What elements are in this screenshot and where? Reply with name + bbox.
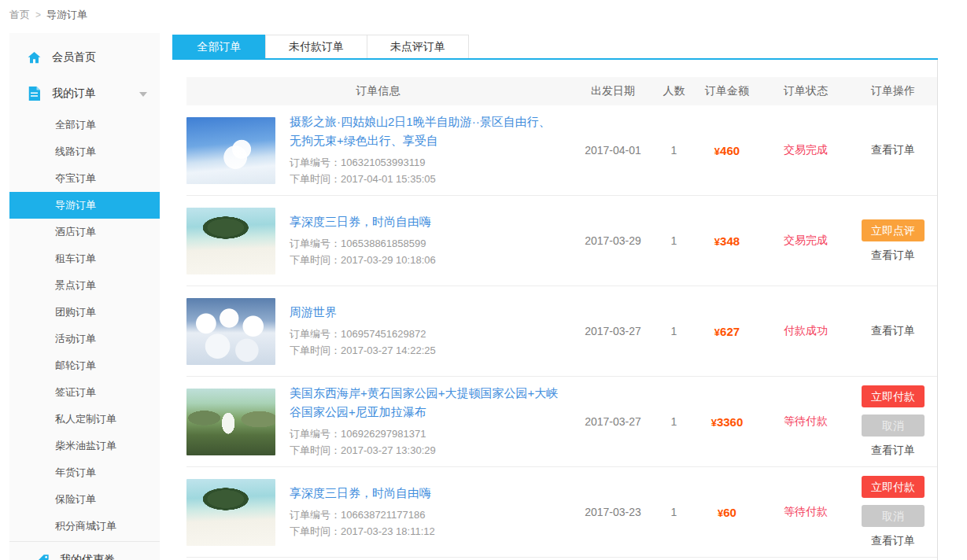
order-number: 订单编号：106957451629872 [290,326,561,343]
sidebar-item-route-orders[interactable]: 线路订单 [9,138,160,165]
order-time: 下单时间：2017-03-23 18:11:12 [290,524,561,540]
people-count: 1 [656,506,692,518]
status-badge: 付款成功 [762,324,849,338]
header-order-status: 订单状态 [762,84,849,98]
sidebar-item-car-rental-orders[interactable]: 租车订单 [9,245,160,272]
depart-date: 2017-03-29 [570,234,656,247]
sidebar-item-custom-orders[interactable]: 私人定制订单 [9,406,160,433]
review-now-button[interactable]: 立即点评 [862,219,925,241]
orders-icon [26,86,42,101]
sidebar-item-my-coupons[interactable]: 我的优惠券 [9,542,160,560]
status-badge: 交易完成 [762,234,849,248]
depart-date: 2017-03-23 [570,506,656,518]
order-amount: 3360 [717,415,743,429]
currency-symbol: ¥ [711,417,717,429]
order-time: 下单时间：2017-03-29 10:18:06 [290,252,561,269]
chevron-down-icon [139,92,147,97]
people-count: 1 [656,144,692,157]
order-thumbnail[interactable] [186,208,275,274]
coupon-tag-icon [36,552,50,560]
sidebar-item-visa-orders[interactable]: 签证订单 [9,379,160,406]
header-order-amount: 订单金额 [692,84,762,98]
sidebar-member-home-label: 会员首页 [52,50,96,64]
sidebar-sub-list: 全部订单 线路订单 夺宝订单 导游订单 酒店订单 租车订单 景点订单 团购订单 … [9,112,160,540]
table-header: 订单信息 出发日期 人数 订单金额 订单状态 订单操作 [186,77,937,105]
sidebar-item-my-orders[interactable]: 我的订单 [9,76,160,112]
order-time: 下单时间：2017-04-01 15:35:05 [290,171,561,188]
sidebar-item-hotel-orders[interactable]: 酒店订单 [9,219,160,245]
breadcrumb-current: 导游订单 [46,9,87,20]
sidebar-item-insurance-orders[interactable]: 保险订单 [9,486,160,513]
people-count: 1 [656,325,692,337]
view-order-link[interactable]: 查看订单 [871,534,915,548]
sidebar-item-points-mall-orders[interactable]: 积分商城订单 [9,513,160,540]
view-order-link[interactable]: 查看订单 [871,143,915,157]
sidebar-item-all-orders[interactable]: 全部订单 [9,112,160,138]
main-content: 全部订单 未付款订单 未点评订单 订单信息 出发日期 人数 订单金额 订单状态 … [172,35,938,560]
order-number: 订单编号：106321053993119 [290,155,561,171]
sidebar-item-guide-orders[interactable]: 导游订单 [9,192,160,219]
view-order-link[interactable]: 查看订单 [871,324,915,338]
pay-now-button[interactable]: 立即付款 [862,385,925,407]
pay-now-button[interactable]: 立即付款 [862,476,925,498]
order-amount: 348 [720,234,740,248]
table-row: 周游世界 订单编号：106957451629872 下单时间：2017-03-2… [186,286,937,377]
currency-symbol: ¥ [714,236,720,248]
table-row: 享深度三日券，时尚自由嗨 订单编号：106638721177186 下单时间：2… [186,467,937,558]
order-title-link[interactable]: 美国东西海岸+黄石国家公园+大提顿国家公园+大峡谷国家公园+尼亚加拉瀑布 [290,384,561,421]
people-count: 1 [656,234,692,247]
table-row: 享深度三日券，时尚自由嗨 订单编号：106538861858599 下单时间：2… [186,196,937,286]
order-title-link[interactable]: 享深度三日券，时尚自由嗨 [290,484,561,502]
order-thumbnail[interactable] [186,389,275,455]
tab-unreviewed-orders[interactable]: 未点评订单 [367,35,469,58]
status-badge: 交易完成 [762,143,849,157]
currency-symbol: ¥ [714,326,720,338]
order-thumbnail[interactable] [186,117,275,184]
header-depart-date: 出发日期 [570,84,656,98]
table-row: 摄影之旅·四姑娘山2日1晚半自助游··景区自由行、无拘无束+绿色出行、享受自 订… [186,105,937,196]
sidebar-item-activity-orders[interactable]: 活动订单 [9,326,160,352]
cancel-button[interactable]: 取消 [862,414,925,437]
order-time: 下单时间：2017-03-27 14:22:25 [290,343,561,359]
order-time: 下单时间：2017-03-27 13:30:29 [290,443,561,459]
header-people-count: 人数 [656,84,692,98]
sidebar-item-daily-orders[interactable]: 柴米油盐订单 [9,433,160,459]
cancel-button[interactable]: 取消 [862,505,925,527]
order-thumbnail[interactable] [186,298,275,365]
order-number: 订单编号：106926297981371 [290,426,561,443]
breadcrumb-separator: > [35,9,41,20]
order-title-link[interactable]: 周游世界 [290,303,561,321]
depart-date: 2017-04-01 [570,144,656,157]
breadcrumb-home-link[interactable]: 首页 [9,9,30,20]
table-row: 美国东西海岸+黄石国家公园+大提顿国家公园+大峡谷国家公园+尼亚加拉瀑布 订单编… [186,377,937,467]
view-order-link[interactable]: 查看订单 [871,249,915,263]
header-order-info: 订单信息 [186,84,570,98]
sidebar-item-cruise-orders[interactable]: 邮轮订单 [9,352,160,379]
status-badge: 等待付款 [762,505,849,519]
depart-date: 2017-03-27 [570,325,656,337]
currency-symbol: ¥ [714,146,720,157]
tab-unpaid-orders[interactable]: 未付款订单 [265,35,367,58]
order-number: 订单编号：106638721177186 [290,507,561,524]
sidebar-item-attraction-orders[interactable]: 景点订单 [9,272,160,299]
view-order-link[interactable]: 查看订单 [871,444,915,458]
tab-all-orders[interactable]: 全部订单 [172,35,266,58]
sidebar-item-member-home[interactable]: 会员首页 [9,39,160,76]
order-thumbnail[interactable] [186,479,275,546]
sidebar-my-orders-label: 我的订单 [52,87,96,101]
sidebar-item-newyear-orders[interactable]: 年货订单 [9,459,160,486]
home-icon [26,50,42,65]
sidebar-item-treasure-orders[interactable]: 夺宝订单 [9,165,160,192]
orders-panel: 订单信息 出发日期 人数 订单金额 订单状态 订单操作 摄影之旅·四姑娘山2日1… [172,60,938,560]
people-count: 1 [656,415,692,428]
depart-date: 2017-03-27 [570,415,656,428]
order-tabs: 全部订单 未付款订单 未点评订单 [172,35,938,60]
order-number: 订单编号：106538861858599 [290,236,561,252]
sidebar-item-groupbuy-orders[interactable]: 团购订单 [9,299,160,326]
order-title-link[interactable]: 摄影之旅·四姑娘山2日1晚半自助游··景区自由行、无拘无束+绿色出行、享受自 [290,112,561,149]
order-title-link[interactable]: 享深度三日券，时尚自由嗨 [290,212,561,230]
sidebar: 会员首页 我的订单 全部订单 线路订单 夺宝订单 导游订单 酒店订单 租车订单 … [9,33,160,560]
header-order-ops: 订单操作 [849,84,937,98]
breadcrumb: 首页>导游订单 [9,8,87,22]
status-badge: 等待付款 [762,414,849,429]
